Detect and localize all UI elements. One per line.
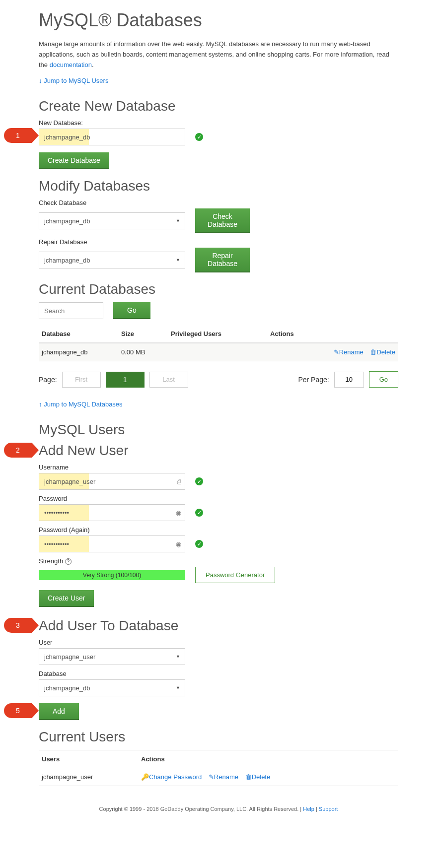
jump-to-dbs-link[interactable]: ↑ Jump to MySQL Databases (39, 401, 123, 408)
per-page-input[interactable] (334, 372, 364, 388)
callout-5: 5 (4, 703, 32, 718)
create-user-button[interactable]: Create User (39, 590, 94, 607)
username-input[interactable] (39, 473, 185, 490)
user-select-label: User (39, 639, 398, 646)
delete-db-link[interactable]: 🗑Delete (370, 348, 395, 356)
add-button[interactable]: Add (39, 703, 79, 720)
per-page-label: Per Page: (298, 376, 329, 384)
page-footer: Copyright © 1999 - 2018 GoDaddy Operatin… (39, 806, 398, 812)
pager-last-button[interactable]: Last (149, 372, 188, 388)
mysql-users-heading: MySQL Users (39, 422, 398, 438)
modify-db-heading: Modify Databases (39, 178, 398, 194)
db-search-go-button[interactable]: Go (113, 302, 150, 319)
repair-db-label: Repair Database (39, 238, 398, 246)
password-generator-button[interactable]: Password Generator (195, 567, 275, 583)
new-db-label: New Database: (39, 119, 398, 127)
strength-bar: Very Strong (100/100) (39, 570, 185, 580)
db-select[interactable]: jchampagne_db (39, 679, 185, 696)
page-label: Page: (39, 376, 57, 384)
repair-database-button[interactable]: Repair Database (195, 248, 250, 272)
user-select[interactable]: jchampagne_user (39, 648, 185, 665)
current-db-heading: Current Databases (39, 281, 398, 297)
add-user-heading: Add New User (39, 443, 398, 459)
users-table-row: jchampagne_user 🔑Change Password ✎Rename… (39, 768, 398, 786)
per-page-go-button[interactable]: Go (369, 371, 398, 388)
page-title: MySQL® Databases (39, 10, 398, 34)
new-db-input[interactable] (39, 129, 185, 145)
username-label: Username (39, 464, 398, 471)
pager-current: 1 (106, 372, 145, 388)
rename-db-link[interactable]: ✎Rename (334, 348, 364, 356)
change-password-link[interactable]: 🔑Change Password (141, 773, 202, 781)
check-db-select[interactable]: jchampagne_db (39, 212, 185, 229)
delete-user-link[interactable]: 🗑Delete (245, 773, 271, 781)
db-select-label: Database (39, 670, 398, 677)
callout-2: 2 (4, 443, 32, 458)
callout-1: 1 (4, 128, 32, 143)
password-label: Password (39, 495, 398, 502)
strength-label: Strength ? (39, 557, 398, 565)
password-input[interactable] (39, 504, 185, 521)
check-db-label: Check Database (39, 199, 398, 206)
create-database-button[interactable]: Create Database (39, 152, 109, 169)
help-link[interactable]: Help (303, 806, 314, 812)
db-search-input[interactable] (39, 302, 103, 319)
support-link[interactable]: Support (319, 806, 338, 812)
users-table-header: Users Actions (39, 750, 398, 768)
current-users-heading: Current Users (39, 729, 398, 745)
valid-icon: ✓ (195, 509, 203, 517)
valid-icon: ✓ (195, 133, 203, 141)
check-database-button[interactable]: Check Database (195, 208, 250, 233)
add-user-to-db-heading: Add User To Database (39, 618, 398, 634)
pager-first-button[interactable]: First (62, 372, 101, 388)
documentation-link[interactable]: documentation (50, 61, 92, 68)
create-db-heading: Create New Database (39, 98, 398, 114)
contact-card-icon: ⎙ (177, 478, 181, 485)
intro-text: Manage large amounts of information over… (39, 39, 398, 70)
reveal-icon[interactable]: ◉ (176, 540, 181, 548)
valid-icon: ✓ (195, 540, 203, 548)
repair-db-select[interactable]: jchampagne_db (39, 252, 185, 268)
callout-3: 3 (4, 618, 32, 633)
reveal-icon[interactable]: ◉ (176, 509, 181, 517)
help-icon[interactable]: ? (65, 558, 72, 565)
rename-user-link[interactable]: ✎Rename (209, 773, 238, 781)
password2-label: Password (Again) (39, 526, 398, 534)
password2-input[interactable] (39, 535, 185, 552)
db-table-header: Database Size Privileged Users Actions (39, 325, 398, 343)
db-table-row: jchampagne_db 0.00 MB ✎Rename 🗑Delete (39, 343, 398, 361)
valid-icon: ✓ (195, 477, 203, 485)
jump-to-users-link[interactable]: ↓ Jump to MySQL Users (39, 77, 108, 84)
